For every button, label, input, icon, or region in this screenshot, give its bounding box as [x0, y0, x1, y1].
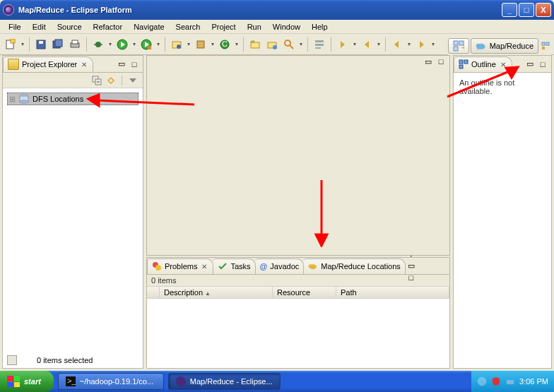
new-java-dropdown[interactable]: ▾	[186, 41, 191, 47]
taskbar-item-terminal[interactable]: >_ ~/hadoop-0.19.1/co...	[58, 373, 164, 390]
back-button[interactable]	[389, 37, 405, 52]
back-dropdown[interactable]: ▾	[406, 41, 412, 47]
col-icon[interactable]	[147, 287, 160, 298]
open-type-button[interactable]	[247, 37, 263, 52]
search-button[interactable]	[281, 37, 297, 52]
search-dropdown[interactable]: ▾	[298, 41, 304, 47]
svg-marker-33	[420, 41, 424, 48]
outline-title: Outline	[471, 60, 496, 69]
new-class-button[interactable]: C	[217, 37, 232, 52]
maximize-editor-icon[interactable]: □	[435, 56, 447, 67]
menu-help[interactable]: Help	[306, 21, 334, 32]
tree-item-dfs-locations[interactable]: ⊞ DFS Locations	[7, 93, 138, 105]
forward-dropdown[interactable]: ▾	[430, 41, 436, 47]
close-icon[interactable]: ✕	[80, 61, 88, 69]
perspective-mapreduce[interactable]: Map/Reduce	[471, 38, 538, 54]
menu-refactor[interactable]: Refactor	[88, 21, 129, 32]
network-icon[interactable]	[505, 376, 515, 386]
save-all-button[interactable]	[50, 37, 66, 52]
next-annotation-button[interactable]	[335, 37, 350, 52]
menu-search[interactable]: Search	[170, 21, 206, 32]
project-explorer-tabrow: Project Explorer ✕ ▭ □	[3, 56, 143, 73]
tab-problems[interactable]: Problems ✕	[147, 259, 213, 274]
menu-project[interactable]: Project	[206, 21, 241, 32]
close-icon[interactable]: ✕	[200, 263, 208, 271]
svg-rect-29	[315, 47, 321, 49]
collapse-all-icon[interactable]	[91, 75, 102, 86]
minimize-view-icon[interactable]: ▭	[116, 59, 127, 70]
menu-file[interactable]: File	[3, 21, 27, 32]
taskbar-item-eclipse[interactable]: Map/Reduce - Eclipse...	[168, 373, 281, 390]
save-button[interactable]	[33, 37, 49, 52]
tab-label: Tasks	[230, 262, 250, 271]
svg-point-25	[285, 40, 290, 46]
forward-button[interactable]	[413, 37, 429, 52]
run-button[interactable]	[114, 37, 130, 52]
project-explorer-view: Project Explorer ✕ ▭ □ ⊞ DFS Locations	[2, 55, 143, 369]
minimize-button[interactable]: _	[502, 3, 517, 17]
start-button[interactable]: start	[0, 371, 54, 392]
svg-point-8	[95, 42, 101, 47]
open-task-button[interactable]	[264, 37, 280, 52]
debug-button[interactable]	[90, 37, 106, 52]
clock[interactable]: 3:06 PM	[519, 377, 548, 386]
minimize-editor-icon[interactable]: ▭	[423, 56, 434, 67]
svg-rect-55	[459, 60, 463, 64]
menu-navigate[interactable]: Navigate	[128, 21, 170, 32]
tray-icon[interactable]	[477, 376, 487, 386]
debug-dropdown[interactable]: ▾	[107, 41, 113, 47]
new-package-button[interactable]	[193, 37, 208, 52]
print-button[interactable]	[67, 37, 83, 52]
editor-area[interactable]: ▭ □	[146, 55, 450, 256]
eclipse-icon	[176, 376, 186, 386]
taskbar-item-label: Map/Reduce - Eclipse...	[190, 377, 273, 386]
open-perspective-button[interactable]: +	[448, 38, 469, 54]
run-last-dropdown[interactable]: ▾	[155, 41, 161, 47]
maximize-view-icon[interactable]: □	[537, 59, 548, 70]
view-menu-icon[interactable]	[127, 75, 138, 86]
toggle-mark-button[interactable]	[312, 37, 327, 52]
col-resource[interactable]: Resource	[273, 287, 336, 298]
maximize-button[interactable]: □	[519, 3, 534, 17]
prev-annotation-button[interactable]	[359, 37, 375, 52]
tab-javadoc[interactable]: @ Javadoc	[256, 259, 305, 274]
new-package-dropdown[interactable]: ▾	[210, 41, 216, 47]
status-selection: 0 items selected	[37, 356, 93, 364]
tab-label: Javadoc	[270, 262, 299, 271]
tab-mapreduce-locations[interactable]: Map/Reduce Locations	[304, 259, 406, 274]
table-body[interactable]	[147, 299, 449, 368]
perspective-menu-icon[interactable]	[540, 40, 551, 52]
close-button[interactable]: X	[536, 3, 551, 17]
bottom-panel: Problems ✕ Tasks @ Javadoc Map/Reduce Lo…	[146, 257, 450, 369]
run-last-button[interactable]	[138, 37, 154, 52]
new-java-project-button[interactable]	[169, 37, 184, 52]
minimize-view-icon[interactable]: ▭	[406, 261, 417, 272]
svg-marker-32	[394, 41, 399, 48]
minimize-view-icon[interactable]: ▭	[524, 59, 536, 70]
new-dropdown[interactable]: ▾	[20, 41, 25, 47]
project-explorer-tab[interactable]: Project Explorer ✕	[3, 57, 93, 72]
next-ann-dropdown[interactable]: ▾	[352, 41, 358, 47]
col-path[interactable]: Path	[336, 287, 449, 298]
windows-flag-icon	[7, 376, 20, 387]
menu-source[interactable]: Source	[52, 21, 88, 32]
project-explorer-tree[interactable]: ⊞ DFS Locations	[3, 88, 143, 368]
menu-window[interactable]: Window	[267, 21, 306, 32]
maximize-view-icon[interactable]: □	[129, 59, 140, 70]
new-button[interactable]	[3, 37, 18, 52]
prev-ann-dropdown[interactable]: ▾	[376, 41, 382, 47]
menu-run[interactable]: Run	[242, 21, 267, 32]
link-editor-icon[interactable]	[105, 75, 117, 86]
tab-tasks[interactable]: Tasks	[213, 259, 255, 274]
close-icon[interactable]: ✕	[499, 61, 507, 69]
dfs-icon	[18, 94, 30, 104]
outline-body: An outline is not available.	[454, 73, 551, 368]
outline-tab[interactable]: Outline ✕	[454, 57, 512, 72]
fastview-button[interactable]	[7, 355, 17, 365]
col-description[interactable]: Description ▲	[160, 287, 273, 298]
run-dropdown[interactable]: ▾	[131, 41, 137, 47]
system-tray[interactable]: 3:06 PM	[471, 371, 554, 392]
security-icon[interactable]	[491, 376, 501, 386]
menu-edit[interactable]: Edit	[27, 21, 52, 32]
new-class-dropdown[interactable]: ▾	[234, 41, 240, 47]
